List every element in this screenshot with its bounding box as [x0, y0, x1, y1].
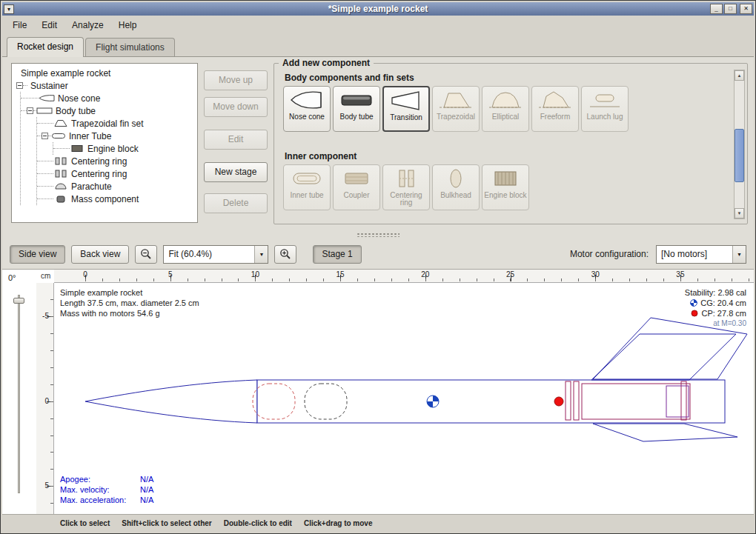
engine-block-icon [488, 165, 523, 192]
add-nose-cone-button[interactable]: Nose cone [283, 86, 331, 132]
menu-edit[interactable]: Edit [34, 17, 64, 33]
main-tabs: Rocket design Flight simulations [2, 35, 754, 57]
app-icon[interactable]: ▾ [4, 4, 14, 14]
zoom-select[interactable]: Fit (60.4%) ▼ [163, 245, 268, 264]
tree-item-fin-set[interactable]: Trapezoidal fin set [37, 117, 196, 130]
tree-item-nose-cone[interactable]: Nose cone [21, 92, 196, 104]
rotation-slider-handle[interactable] [13, 298, 24, 304]
add-body-tube-button[interactable]: Body tube [333, 86, 380, 132]
tab-rocket-design[interactable]: Rocket design [7, 37, 84, 57]
menu-help[interactable]: Help [111, 17, 145, 33]
menu-file[interactable]: File [5, 17, 34, 33]
scroll-up-button[interactable]: ▲ [735, 70, 744, 81]
zoom-value: Fit (60.4%) [164, 249, 254, 259]
cg-marker [427, 396, 439, 407]
add-inner-tube-button[interactable]: Inner tube [283, 164, 331, 210]
stability-summary: Stability: 2.98 cal CG: 20.4 cm CP: 27.8… [685, 287, 746, 329]
add-launch-lug-button[interactable]: Launch lug [581, 86, 629, 132]
menu-analyze[interactable]: Analyze [64, 17, 111, 33]
tree-item-label: Simple example rocket [18, 68, 110, 79]
cp-value: CP: 27.8 cm [701, 308, 746, 318]
maximize-button[interactable]: □ [724, 4, 737, 14]
component-scrollbar[interactable]: ▲ ▼ [734, 70, 745, 219]
component-button-label: Bulkhead [439, 192, 473, 201]
tree-item-body-tube[interactable]: Body tube [21, 104, 196, 117]
new-stage-button[interactable]: New stage [204, 162, 268, 182]
ruler-label: 0 [83, 270, 87, 278]
cp-marker [554, 397, 563, 406]
centering-ring-icon [53, 157, 68, 165]
add-bulkhead-button[interactable]: Bulkhead [432, 164, 480, 210]
move-up-button[interactable]: Move up [204, 70, 268, 90]
panel-splitter[interactable] [2, 230, 754, 239]
tab-flight-simulations[interactable]: Flight simulations [85, 38, 175, 56]
zoom-in-button[interactable] [274, 245, 296, 264]
ruler-label: -5 [42, 312, 49, 320]
motor-configuration-select[interactable]: [No motors] ▼ [656, 245, 746, 264]
collapse-icon[interactable] [42, 133, 48, 139]
side-view-button[interactable]: Side view [10, 245, 65, 264]
tree-item-engine-block[interactable]: Engine block [53, 142, 196, 155]
component-button-label: Freeform [539, 113, 572, 123]
tree-connector [37, 173, 53, 174]
window-title: *Simple example rocket [2, 4, 754, 14]
launch-lug-icon [587, 87, 623, 113]
cg-value: CG: 20.4 cm [700, 298, 746, 308]
scroll-down-button[interactable]: ▼ [735, 208, 744, 218]
collapse-icon[interactable] [27, 107, 33, 114]
application-window: ▾ *Simple example rocket _ □ ✕ File Edit… [0, 0, 756, 534]
tree-connector [37, 123, 53, 124]
component-button-label: Coupler [342, 192, 371, 201]
add-elliptical-fin-button[interactable]: Elliptical [482, 86, 529, 132]
rocket-summary: Simple example rocket Length 37.5 cm, ma… [60, 287, 199, 318]
move-down-button[interactable]: Move down [204, 97, 268, 117]
tree-item-label: Inner Tube [66, 131, 111, 141]
tree-item-label: Trapezoidal fin set [68, 119, 144, 129]
dropdown-arrow-icon[interactable]: ▼ [254, 246, 268, 263]
rotation-slider-track[interactable] [18, 295, 20, 493]
add-centering-ring-button[interactable]: Centering ring [382, 164, 430, 210]
scrollbar-track[interactable] [735, 81, 744, 208]
vertical-ruler: -5 0 5 [36, 283, 54, 514]
tree-item-inner-tube[interactable]: Inner Tube [37, 130, 196, 142]
edit-button[interactable]: Edit [204, 130, 268, 150]
collapse-icon[interactable] [16, 82, 23, 89]
rocket-canvas[interactable]: Simple example rocket Length 37.5 cm, ma… [54, 283, 754, 514]
tree-item-centering-ring-2[interactable]: Centering ring [37, 167, 196, 180]
scroll-up-icon: ▲ [737, 73, 742, 78]
engine-block-icon [70, 144, 84, 153]
tree-item-centering-ring-1[interactable]: Centering ring [37, 155, 196, 167]
tree-item-label: Mass component [68, 194, 139, 204]
add-coupler-button[interactable]: Coupler [333, 164, 380, 210]
maximize-icon: □ [729, 5, 732, 12]
dropdown-arrow-icon[interactable]: ▼ [732, 246, 746, 263]
titlebar[interactable]: ▾ *Simple example rocket _ □ ✕ [2, 2, 754, 16]
transition-icon [388, 87, 424, 114]
close-button[interactable]: ✕ [740, 4, 752, 14]
menubar: File Edit Analyze Help [2, 16, 754, 35]
nose-cone-icon [289, 87, 325, 113]
view-toolbar: Side view Back view Fit (60.4%) ▼ Stage … [2, 239, 754, 269]
flight-summary: Apogee:N/A Max. velocity:N/A Max. accele… [60, 474, 153, 505]
tree-item-rocket[interactable]: Simple example rocket [13, 67, 196, 79]
window-controls: _ □ ✕ [710, 4, 754, 14]
dropdown-arrow-glyph: ▼ [259, 252, 264, 257]
back-view-button[interactable]: Back view [71, 245, 129, 264]
add-trapezoidal-fin-button[interactable]: Trapezoidal [432, 86, 480, 132]
mass-component-icon [53, 195, 68, 203]
minimize-button[interactable]: _ [710, 4, 723, 14]
delete-button[interactable]: Delete [204, 193, 268, 213]
zoom-out-button[interactable] [135, 245, 157, 264]
add-transition-button[interactable]: Transition [382, 86, 430, 132]
tree-item-mass-component[interactable]: Mass component [37, 193, 196, 205]
rocket-name: Simple example rocket [60, 287, 199, 298]
scrollbar-thumb[interactable] [735, 129, 744, 182]
max-acceleration-value: N/A [140, 495, 153, 505]
tree-item-sustainer[interactable]: Sustainer [13, 79, 196, 92]
tree-item-parachute[interactable]: Parachute [37, 180, 196, 193]
add-freeform-fin-button[interactable]: Freeform [531, 86, 579, 132]
tree-connector [37, 161, 53, 161]
tree-connector [37, 186, 53, 187]
add-engine-block-button[interactable]: Engine block [482, 164, 529, 210]
stage-1-button[interactable]: Stage 1 [313, 245, 361, 264]
